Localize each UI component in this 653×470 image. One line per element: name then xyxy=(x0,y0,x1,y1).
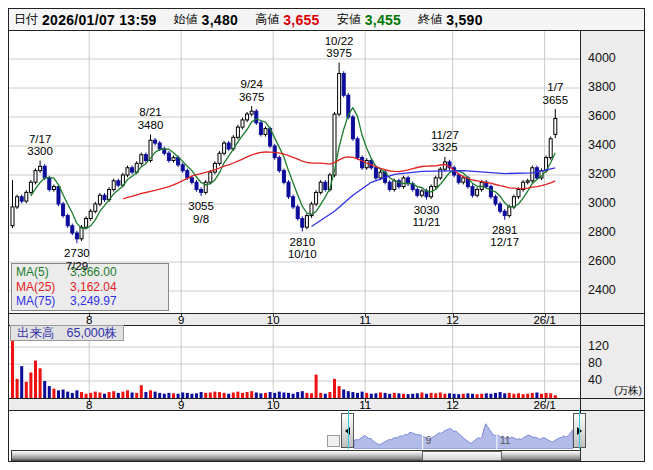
axis-corner xyxy=(581,313,645,326)
volume-unit-label: (万株) xyxy=(614,384,642,398)
axis-label: 40 xyxy=(588,373,602,387)
axis-label: 3800 xyxy=(588,80,616,94)
y-axis-column: (万株) 40003800360034003200300028002600240… xyxy=(580,31,645,462)
stock-chart-widget: 日付 2026/01/07 13:59 始値 3,480 高値 3,655 安値… xyxy=(8,8,645,462)
month-label: 10 xyxy=(258,399,288,411)
ma25-label: MA(25) xyxy=(16,280,70,295)
svg-text:9: 9 xyxy=(426,435,432,446)
ma75-legend-row: MA(75) 3,249.97 xyxy=(16,294,164,309)
open-value: 3,480 xyxy=(202,12,239,28)
axis-label: 120 xyxy=(588,339,609,353)
axis-corner xyxy=(581,398,645,411)
ma75-label: MA(75) xyxy=(16,294,70,309)
axis-label: 2800 xyxy=(588,225,616,239)
axis-label: 3000 xyxy=(588,196,616,210)
date-value: 2026/01/07 13:59 xyxy=(42,12,157,28)
ma75-value: 3,249.97 xyxy=(70,294,117,309)
axis-label: 2400 xyxy=(588,283,616,297)
high-label: 高値 xyxy=(255,11,279,28)
month-label: 12 xyxy=(438,314,468,326)
month-label: 11 xyxy=(350,314,380,326)
ma25-value: 3,162.04 xyxy=(70,280,117,295)
navigator-area-chart[interactable]: 911 xyxy=(354,413,573,449)
low-label: 安値 xyxy=(337,11,361,28)
date-label: 日付 xyxy=(14,11,38,28)
axis-label: 3200 xyxy=(588,167,616,181)
quote-header: 日付 2026/01/07 13:59 始値 3,480 高値 3,655 安値… xyxy=(9,9,644,31)
ma5-legend-row: MA(5) 3,366.00 xyxy=(16,265,164,280)
month-label: 12 xyxy=(438,399,468,411)
month-label: 9 xyxy=(166,399,196,411)
axis-label: 4000 xyxy=(588,51,616,65)
axis-label: 3600 xyxy=(588,109,616,123)
ma25-legend-row: MA(25) 3,162.04 xyxy=(16,280,164,295)
high-value: 3,655 xyxy=(283,12,320,28)
axis-label: 3400 xyxy=(588,138,616,152)
month-label: 8 xyxy=(74,399,104,411)
volume-title: 出来高 xyxy=(17,326,55,340)
ma5-value: 3,366.00 xyxy=(70,265,117,280)
navigator-range-flag xyxy=(327,435,340,447)
ma-legend: MA(5) 3,366.00 MA(25) 3,162.04 MA(75) 3,… xyxy=(11,263,169,311)
scrollbar-track[interactable] xyxy=(11,450,581,462)
low-value: 3,455 xyxy=(365,12,402,28)
close-value: 3,590 xyxy=(446,12,483,28)
scrollbar-thumb[interactable] xyxy=(422,451,502,461)
month-label: 10 xyxy=(258,314,288,326)
month-label: 26/1 xyxy=(530,399,560,411)
volume-x-axis: 8910111226/1 xyxy=(9,398,581,411)
ma5-label: MA(5) xyxy=(16,265,70,280)
svg-text:11: 11 xyxy=(500,435,511,446)
close-label: 終値 xyxy=(418,11,442,28)
volume-value: 65,000株 xyxy=(67,326,118,340)
open-label: 始値 xyxy=(174,11,198,28)
volume-label-box: 出来高65,000株 xyxy=(10,325,124,341)
month-label: 11 xyxy=(350,399,380,411)
axis-label: 80 xyxy=(588,356,602,370)
axis-label: 2600 xyxy=(588,254,616,268)
month-label: 9 xyxy=(166,314,196,326)
price-chart-panel[interactable]: MA(5) 3,366.00 MA(25) 3,162.04 MA(75) 3,… xyxy=(9,31,581,313)
range-end-line xyxy=(579,410,580,449)
range-start-line xyxy=(348,410,349,449)
month-label: 26/1 xyxy=(530,314,560,326)
